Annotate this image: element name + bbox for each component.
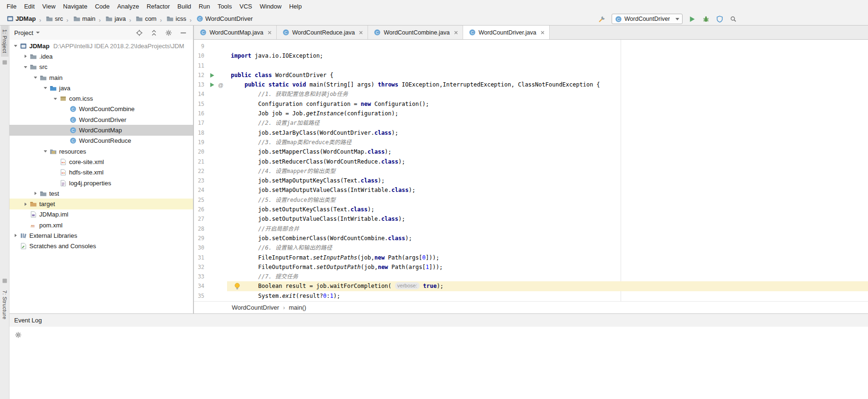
code-line-31[interactable]: 31 FileInputFormat.setInputPaths(job,new… [194,253,868,262]
tab-wordcountcombine-java[interactable]: CWordCountCombine.java [368,26,463,39]
breadcrumb-file[interactable]: WordCountDriver [232,304,279,311]
code-line-33[interactable]: 33 //7. 提交任务 [194,272,868,281]
tree-item-wordcountreduce[interactable]: CWordCountReduce [9,136,193,146]
gear-icon[interactable] [164,28,173,37]
close-tab-icon[interactable] [359,30,363,35]
tree-item-idea[interactable]: .idea [9,51,193,61]
chevron-right-icon[interactable] [32,191,38,196]
line-number[interactable]: 33 [194,272,204,281]
hide-panel-icon[interactable] [179,28,187,37]
code-line-14[interactable]: 14 //1. 获取配置信息和封装job任务 [194,89,868,99]
code-line-32[interactable]: 32 FileOutputFormat.setOutputPath(job,ne… [194,262,868,272]
run-button[interactable] [688,15,696,23]
code-line-17[interactable]: 17 //2. 设置jar加载路径 [194,118,868,128]
line-number[interactable]: 31 [194,253,204,262]
code-line-9[interactable]: 9 [194,42,868,51]
tab-wordcountdriver-java[interactable]: CWordCountDriver.java [463,26,550,39]
breadcrumb-item-java[interactable]: java [103,14,127,23]
stripe-tab-structure[interactable]: 7: Structure [1,286,9,323]
code-line-16[interactable]: 16 Job job = Job.getInstance(configurati… [194,109,868,118]
stripe-tab-project[interactable]: 1: Project [1,26,9,57]
event-log-title[interactable]: Event Log [14,317,42,324]
code-line-21[interactable]: 21 job.setReducerClass(WordCountReduce.c… [194,157,868,166]
menu-view[interactable]: View [38,1,59,12]
run-config-select[interactable]: C WordCountDriver [612,14,683,24]
intention-bulb-icon[interactable] [234,283,240,290]
search-everywhere-icon[interactable] [729,15,737,23]
line-number[interactable]: 14 [194,89,204,99]
code-line-20[interactable]: 20 job.setMapperClass(WordCountMap.class… [194,147,868,156]
chevron-right-icon[interactable] [22,54,28,59]
chevron-down-icon[interactable] [12,43,18,48]
tree-item-hdfs-site-xml[interactable]: hdfs-site.xml [9,167,193,178]
line-number[interactable]: 35 [194,291,204,301]
tree-item-main[interactable]: main [9,72,193,83]
breadcrumb-item-jdmap[interactable]: JDMap [4,14,37,23]
menu-vcs[interactable]: VCS [236,1,256,12]
code-line-25[interactable]: 25 //5. 设置reduce的输出类型 [194,195,868,205]
line-number[interactable]: 13 [194,80,204,89]
line-number[interactable]: 15 [194,99,204,109]
code-line-23[interactable]: 23 job.setMapOutputKeyClass(Text.class); [194,176,868,185]
line-number[interactable]: 27 [194,214,204,224]
tree-item-scratches-and-consoles[interactable]: Scratches and Consoles [9,241,193,252]
menu-build[interactable]: Build [174,1,195,12]
stripe-button-icon[interactable] [2,60,8,65]
editor-code[interactable]: 910import java.io.IOException;1112public… [194,40,868,301]
close-tab-icon[interactable] [454,30,458,35]
tree-item-com-icss[interactable]: com.icss [9,93,193,104]
chevron-right-icon[interactable] [12,233,18,238]
menu-edit[interactable]: Edit [20,1,38,12]
debug-button[interactable] [701,15,710,23]
line-number[interactable]: 23 [194,176,204,185]
tree-item-jdmap-iml[interactable]: JDMap.iml [9,209,193,220]
tree-item-java[interactable]: java [9,83,193,93]
tree-item-core-site-xml[interactable]: core-site.xml [9,156,193,167]
code-line-26[interactable]: 26 job.setOutputKeyClass(Text.class); [194,205,868,214]
line-number[interactable]: 10 [194,51,204,61]
menu-window[interactable]: Window [256,1,285,12]
locate-file-icon[interactable] [135,28,143,37]
tree-item-pom-xml[interactable]: mpom.xml [9,220,193,230]
tree-item-log4j-properties[interactable]: log4j.properties [9,178,193,188]
tree-item-external-libraries[interactable]: External Libraries [9,230,193,241]
chevron-down-icon[interactable] [42,149,48,154]
menu-navigate[interactable]: Navigate [59,1,91,12]
line-number[interactable]: 21 [194,157,204,166]
code-line-10[interactable]: 10import java.io.IOException; [194,51,868,61]
line-number[interactable]: 24 [194,185,204,195]
line-number[interactable]: 17 [194,118,204,128]
chevron-down-icon[interactable] [42,86,48,90]
breadcrumb-method[interactable]: main() [289,304,307,311]
breadcrumb-item-src[interactable]: src [43,14,64,23]
code-line-27[interactable]: 27 job.setOutputValueClass(IntWritable.c… [194,214,868,224]
line-number[interactable]: 12 [194,70,204,80]
line-number[interactable]: 11 [194,61,204,70]
close-tab-icon[interactable] [267,30,272,35]
line-number[interactable]: 18 [194,128,204,138]
breadcrumb-item-main[interactable]: main [70,14,97,23]
menu-code[interactable]: Code [91,1,114,12]
run-gutter-icon[interactable] [210,73,215,78]
breadcrumb-item-icss[interactable]: icss [164,14,187,23]
code-line-13[interactable]: 13@ public static void main(String[] arg… [194,80,868,89]
tree-item-jdmap[interactable]: JDMapD:\APP\IntelliJ IDEA 2018.2.2\IdeaP… [9,41,193,51]
line-number[interactable]: 34 [194,281,204,291]
code-line-35[interactable]: 35 System.exit(result?0:1); [194,291,868,301]
code-line-22[interactable]: 22 //4. 设置mapper的输出类型 [194,166,868,176]
collapse-all-icon[interactable] [149,28,158,37]
code-line-12[interactable]: 12public class WordCountDriver { [194,70,868,80]
line-number[interactable]: 25 [194,195,204,205]
breadcrumb-item-com[interactable]: com [133,14,158,23]
line-number[interactable]: 20 [194,147,204,156]
close-tab-icon[interactable] [540,30,545,35]
breadcrumb-item-wordcountdriver[interactable]: CWordCountDriver [193,14,254,23]
run-with-coverage-button[interactable] [715,15,724,23]
menu-refactor[interactable]: Refactor [143,1,174,12]
code-line-30[interactable]: 30 //6. 设置输入和输出的路径 [194,243,868,252]
chevron-right-icon[interactable] [22,202,28,207]
code-line-11[interactable]: 11 [194,61,868,70]
gear-icon[interactable] [14,330,22,339]
line-number[interactable]: 19 [194,138,204,147]
tree-item-resources[interactable]: resources [9,146,193,156]
